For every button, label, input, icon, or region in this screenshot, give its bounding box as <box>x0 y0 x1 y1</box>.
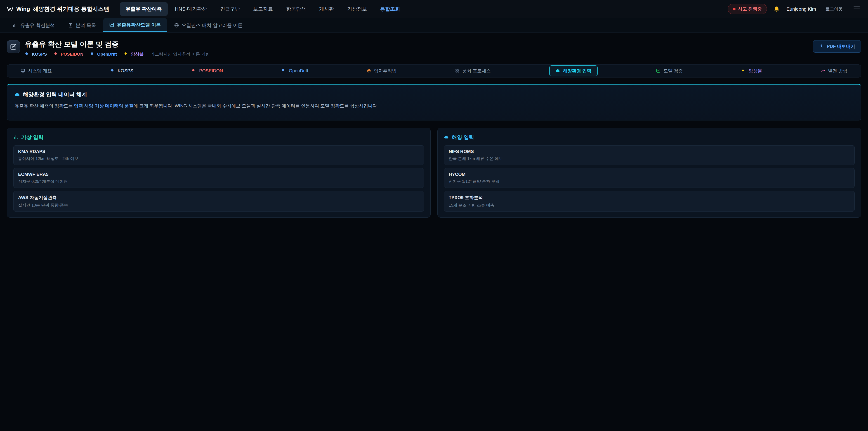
item-name: AWS 자동기상관측 <box>18 194 419 201</box>
section-item-system-overview[interactable]: 시스템 개요 <box>21 68 52 74</box>
intro-card: 해양환경 입력 데이터 체계 유출유 확산 예측의 정확도는 입력 해양·기상 … <box>7 84 861 120</box>
item-name: NIFS ROMS <box>449 149 850 154</box>
target-icon <box>367 68 372 73</box>
nav-item-aerial-search[interactable]: 항공탐색 <box>280 2 312 16</box>
ocean-input-card: 해양 입력 NIFS ROMS 한국 근해 1km 해류·수온 예보 HYCOM… <box>437 128 861 218</box>
nav-item-emergency-rescue[interactable]: 긴급구난 <box>214 2 246 16</box>
ocean-card-title: 해양 입력 <box>452 134 474 141</box>
tab-analysis-list[interactable]: 분석 목록 <box>62 18 102 32</box>
dot-icon <box>54 52 59 57</box>
header-text-block: 유출유 확산 모델 이론 및 검증 KOSPS POSEIDON OpenDri… <box>25 40 210 57</box>
chart-icon <box>13 23 18 28</box>
section-item-poseidon[interactable]: POSEIDON <box>192 68 223 73</box>
page-header: 유출유 확산 모델 이론 및 검증 KOSPS POSEIDON OpenDri… <box>0 33 868 59</box>
diamond-icon <box>25 52 30 57</box>
nav-item-integrated-search[interactable]: 통합조회 <box>374 2 406 16</box>
wing-logo-icon <box>7 6 13 12</box>
list-item: ECMWF ERA5 전지구 0.25° 재분석 데이터 <box>13 168 424 188</box>
section-item-future-direction[interactable]: 발전 방향 <box>820 68 847 74</box>
nav-item-oil-spill-prediction[interactable]: 유출유 확산예측 <box>120 2 168 16</box>
brand-logo-text: Wing <box>16 6 30 12</box>
badge-poseidon: POSEIDON <box>54 52 84 57</box>
section-item-marine-environment-input[interactable]: 해양환경 입력 <box>549 65 598 76</box>
badge-opendrift: OpenDrift <box>90 52 117 57</box>
item-name: KMA RDAPS <box>18 149 419 154</box>
nav-item-weather-info[interactable]: 기상정보 <box>341 2 373 16</box>
item-name: ECMWF ERA5 <box>18 172 419 177</box>
bolt-icon <box>124 52 129 57</box>
nav-item-board[interactable]: 게시판 <box>313 2 340 16</box>
check-square-icon <box>656 68 661 73</box>
monitor-icon <box>21 68 26 73</box>
document-list-icon <box>68 23 73 28</box>
badge-ensemble: 앙상블 <box>124 51 144 57</box>
tab-label: 오일펜스 배치 알고리즘 이론 <box>182 22 243 29</box>
intro-card-body: 유출유 확산 예측의 정확도는 입력 해양·기상 데이터의 품질에 크게 좌우됩… <box>15 102 853 110</box>
pdf-export-label: PDF 내보내기 <box>827 43 855 50</box>
item-desc: 실시간 10분 단위 풍향·풍속 <box>18 203 419 208</box>
badge-row: KOSPS POSEIDON OpenDrift 앙상블 라그랑지안 <box>25 51 210 57</box>
model-theory-icon <box>109 22 114 27</box>
item-desc: 동아시아 12km 해상도 · 24h 예보 <box>18 156 419 161</box>
pdf-export-button[interactable]: PDF 내보내기 <box>813 40 861 53</box>
intro-card-title-row: 해양환경 입력 데이터 체계 <box>15 91 853 98</box>
globe-icon <box>174 23 179 28</box>
nav-item-hns-air-dispersion[interactable]: HNS·대기확산 <box>169 2 213 16</box>
alert-dot-icon <box>733 8 736 10</box>
weather-input-card: 기상 입력 KMA RDAPS 동아시아 12km 해상도 · 24h 예보 E… <box>7 128 431 218</box>
hamburger-menu-icon[interactable] <box>852 5 861 13</box>
topbar-right: 사고 진행중 Eunjeong Kim 로그아웃 <box>727 4 861 14</box>
list-item: NIFS ROMS 한국 근해 1km 해류·수온 예보 <box>444 145 855 165</box>
section-item-opendrift[interactable]: OpenDrift <box>281 68 308 73</box>
tab-diffusion-model-theory[interactable]: 유출유확산모델 이론 <box>103 18 167 32</box>
system-title: 해양환경 위기대응 통합시스템 <box>33 5 110 13</box>
trend-arrow-icon <box>820 68 826 73</box>
tab-label: 분석 목록 <box>76 22 96 29</box>
tab-label: 유출유확산모델 이론 <box>117 22 161 28</box>
dot-icon <box>90 52 95 57</box>
brand[interactable]: Wing 해양환경 위기대응 통합시스템 <box>7 5 110 13</box>
list-item: TPXO9 조화분석 15개 분조 기반 조류 예측 <box>444 191 855 212</box>
topbar: Wing 해양환경 위기대응 통합시스템 유출유 확산예측 HNS·대기확산 긴… <box>0 0 868 18</box>
user-name[interactable]: Eunjeong Kim <box>786 6 816 12</box>
list-item: KMA RDAPS 동아시아 12km 해상도 · 24h 예보 <box>13 145 424 165</box>
section-nav: 시스템 개요 KOSPS POSEIDON OpenDrift 입자추적법 풍화… <box>7 64 861 78</box>
list-item: AWS 자동기상관측 실시간 10분 단위 풍향·풍속 <box>13 191 424 212</box>
intro-highlight: 입력 해양·기상 데이터의 품질 <box>74 103 133 108</box>
cloud-icon <box>15 92 20 97</box>
cloud-icon <box>444 135 449 140</box>
dot-icon <box>281 68 286 73</box>
grid-icon <box>455 68 460 73</box>
bolt-icon <box>741 68 746 73</box>
section-item-weathering-process[interactable]: 풍화 프로세스 <box>455 68 491 74</box>
cloud-icon <box>556 68 561 73</box>
page-icon <box>7 40 20 53</box>
section-item-ensemble[interactable]: 앙상블 <box>741 68 762 74</box>
diamond-icon <box>110 68 115 73</box>
tab-oil-fence-algorithm-theory[interactable]: 오일펜스 배치 알고리즘 이론 <box>168 18 249 32</box>
page-subtitle: 라그랑지안 입자추적 이론 기반 <box>150 51 210 57</box>
weather-card-title: 기상 입력 <box>21 134 43 141</box>
bell-icon[interactable] <box>773 6 780 12</box>
input-data-cards: 기상 입력 KMA RDAPS 동아시아 12km 해상도 · 24h 예보 E… <box>7 128 861 218</box>
intro-card-title: 해양환경 입력 데이터 체계 <box>23 91 87 98</box>
section-item-model-validation[interactable]: 모델 검증 <box>656 68 683 74</box>
page-title: 유출유 확산 모델 이론 및 검증 <box>25 40 210 49</box>
item-name: TPXO9 조화분석 <box>449 194 850 201</box>
dot-icon <box>192 68 197 73</box>
main-nav: 유출유 확산예측 HNS·대기확산 긴급구난 보고자료 항공탐색 게시판 기상정… <box>120 2 406 16</box>
section-item-particle-tracking[interactable]: 입자추적법 <box>367 68 397 74</box>
section-item-kosps[interactable]: KOSPS <box>110 68 133 73</box>
weather-card-title-row: 기상 입력 <box>13 134 424 141</box>
tab-spill-analysis[interactable]: 유출유 확산분석 <box>7 18 61 32</box>
item-name: HYCOM <box>449 172 850 177</box>
nav-item-reports[interactable]: 보고자료 <box>247 2 279 16</box>
item-desc: 15개 분조 기반 조류 예측 <box>449 203 850 208</box>
list-item: HYCOM 전지구 1/12° 해양 순환 모델 <box>444 168 855 188</box>
item-desc: 전지구 1/12° 해양 순환 모델 <box>449 179 850 184</box>
item-desc: 전지구 0.25° 재분석 데이터 <box>18 179 419 184</box>
incident-status-badge[interactable]: 사고 진행중 <box>727 4 767 14</box>
logout-button[interactable]: 로그아웃 <box>822 4 846 14</box>
tabbar: 유출유 확산분석 분석 목록 유출유확산모델 이론 오일펜스 배치 알고리즘 이… <box>0 18 868 33</box>
incident-badge-label: 사고 진행중 <box>738 6 762 12</box>
